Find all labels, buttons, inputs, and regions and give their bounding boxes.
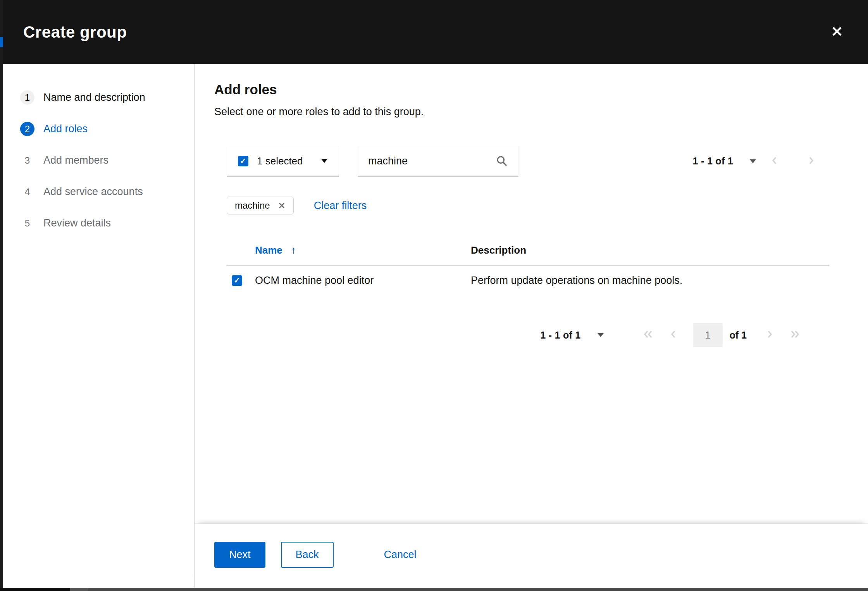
wizard-footer: Next Back Cancel [195,524,868,588]
double-angle-left-icon [641,328,654,342]
angle-right-icon [765,328,774,342]
active-filters: machine Clear filters [227,197,829,214]
page-count-label: of 1 [730,330,747,341]
role-filter-searchbox [358,146,518,176]
prev-page-button[interactable] [661,323,686,347]
clear-filters-link[interactable]: Clear filters [314,200,367,212]
table-row: ✓ OCM machine pool editor Perform update… [227,266,829,295]
create-group-wizard: Create group 1 Name and description 2 [3,0,868,588]
row-checkbox-cell: ✓ [227,275,255,286]
current-page-input[interactable] [693,323,723,347]
bulk-select-checkbox[interactable]: ✓ [238,156,248,166]
filter-chip: machine [227,197,294,214]
step-content-pane: Add roles Select one or more roles to ad… [195,64,868,588]
check-icon: ✓ [234,276,240,285]
role-description-cell: Perform update operations on machine poo… [471,275,829,287]
step-label: Add service accounts [43,186,143,198]
sort-ascending-icon: ↑ [291,244,296,256]
per-page-chevron-down-icon[interactable] [597,333,604,337]
roles-toolbar: ✓ 1 selected [227,146,829,176]
step-number: 1 [20,90,34,105]
pagination-top: 1 - 1 of 1 [693,150,829,173]
pagination-bottom: 1 - 1 of 1 [214,323,829,347]
wizard-header: Create group [3,0,868,64]
angle-left-icon [770,155,779,168]
column-header-description: Description [471,244,829,256]
wizard-steps-nav: 1 Name and description 2 Add roles 3 Add… [3,64,195,588]
step-add-service-accounts[interactable]: 4 Add service accounts [3,176,194,207]
close-button[interactable] [826,21,848,43]
step-review-details[interactable]: 5 Review details [3,207,194,239]
step-add-members[interactable]: 3 Add members [3,145,194,176]
background-page-edge [0,0,3,591]
row-checkbox[interactable]: ✓ [232,275,242,286]
pagination-range: 1 - 1 of 1 [693,156,733,167]
search-input[interactable] [368,155,496,167]
angle-right-icon [806,155,816,168]
bulk-select-label: 1 selected [257,155,303,167]
pagination-range: 1 - 1 of 1 [540,330,580,341]
back-button[interactable]: Back [281,542,334,568]
step-name-and-description[interactable]: 1 Name and description [3,82,194,113]
first-page-button[interactable] [635,323,661,347]
step-label: Add members [43,154,108,166]
chevron-down-icon [321,159,328,163]
next-page-button[interactable] [757,323,782,347]
create-group-modal-screen: Create group 1 Name and description 2 [0,0,868,591]
background-accent [0,37,3,47]
step-label: Name and description [43,92,145,104]
step-number: 4 [20,185,34,199]
step-add-roles[interactable]: 2 Add roles [3,113,194,145]
step-label: Review details [43,217,111,229]
column-header-name[interactable]: Name ↑ [255,244,471,256]
step-label: Add roles [43,123,88,135]
roles-table: Name ↑ Description ✓ OCM machine [227,235,829,295]
double-angle-right-icon [789,328,802,342]
add-roles-content: Add roles Select one or more roles to ad… [195,64,868,524]
wizard-title: Create group [23,23,127,41]
next-button[interactable]: Next [214,542,265,568]
page-title: Add roles [214,82,829,97]
close-icon [830,25,844,40]
step-number: 2 [20,122,34,136]
next-page-button[interactable] [793,150,829,173]
last-page-button[interactable] [782,323,808,347]
per-page-chevron-down-icon[interactable] [749,159,756,164]
bulk-select-dropdown[interactable]: ✓ 1 selected [227,146,339,176]
remove-filter-button[interactable] [278,202,286,209]
filter-chip-label: machine [235,200,270,211]
step-number: 3 [20,153,34,168]
cancel-button[interactable]: Cancel [384,542,417,568]
table-header-row: Name ↑ Description [227,235,829,266]
check-icon: ✓ [240,156,246,166]
page-subtitle: Select one or more roles to add to this … [214,106,829,118]
role-name-cell: OCM machine pool editor [255,275,471,287]
step-number: 5 [20,216,34,230]
search-icon [496,155,508,167]
wizard-body: 1 Name and description 2 Add roles 3 Add… [3,64,868,588]
prev-page-button[interactable] [756,150,793,173]
background-page-bottom [0,588,868,591]
angle-left-icon [669,328,678,342]
